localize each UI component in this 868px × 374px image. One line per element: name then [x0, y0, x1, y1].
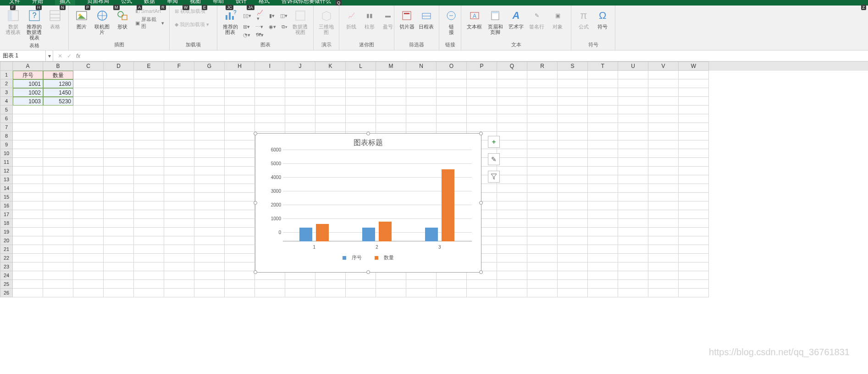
cancel-icon[interactable]: ✕	[58, 53, 62, 59]
col-header-D[interactable]: D	[104, 61, 134, 71]
tab-format[interactable]: 格式	[259, 0, 270, 5]
col-header-S[interactable]: S	[558, 61, 588, 71]
cell[interactable]	[164, 158, 194, 167]
tab-view[interactable]: 视图	[190, 0, 201, 5]
cell[interactable]	[134, 201, 164, 210]
cell[interactable]	[164, 210, 194, 219]
cell[interactable]	[104, 245, 134, 254]
cell[interactable]	[618, 289, 648, 297]
picture-button[interactable]: 图片	[72, 7, 91, 30]
cell[interactable]	[588, 149, 618, 158]
cell[interactable]	[558, 132, 588, 140]
cell[interactable]	[225, 219, 255, 228]
col-header-G[interactable]: G	[194, 61, 225, 71]
cell[interactable]	[679, 149, 709, 158]
bar[interactable]	[316, 224, 329, 241]
cell[interactable]	[225, 210, 255, 219]
cell[interactable]	[13, 184, 43, 193]
shapes-button[interactable]: 形状	[113, 7, 132, 30]
cell[interactable]	[43, 262, 73, 271]
chart-title[interactable]: 图表标题	[255, 134, 481, 150]
cell[interactable]	[648, 236, 679, 245]
cell[interactable]	[13, 289, 43, 297]
textbox-button[interactable]: A文本框	[465, 7, 484, 30]
cell[interactable]	[679, 201, 709, 210]
sparkline-col-button[interactable]: ▮▮柱形	[361, 7, 378, 30]
cell[interactable]	[588, 88, 618, 97]
confirm-icon[interactable]: ✓	[67, 53, 72, 59]
embedded-chart[interactable]: 图表标题 0100020003000400050006000123 序号 数量	[255, 133, 481, 273]
cell[interactable]	[73, 158, 104, 167]
row-header[interactable]: 5	[0, 106, 13, 114]
chart-line-dropdown[interactable]: 📈▾	[255, 9, 265, 22]
cell[interactable]	[588, 140, 618, 149]
cell[interactable]	[588, 236, 618, 245]
cell[interactable]	[679, 280, 709, 289]
chart-filter-button[interactable]	[488, 171, 500, 183]
cell[interactable]	[43, 280, 73, 289]
cell[interactable]	[194, 114, 225, 123]
cell[interactable]	[73, 149, 104, 158]
cell[interactable]	[588, 114, 618, 123]
cell[interactable]	[679, 289, 709, 297]
cell[interactable]	[134, 184, 164, 193]
cell[interactable]	[376, 123, 406, 132]
cell[interactable]	[497, 158, 527, 167]
cell[interactable]	[43, 201, 73, 210]
cell[interactable]	[497, 140, 527, 149]
cell[interactable]	[346, 289, 376, 297]
cell[interactable]	[73, 97, 104, 106]
cell[interactable]	[497, 88, 527, 97]
cell[interactable]	[43, 193, 73, 201]
sparkline-winloss-button[interactable]: ▬盈亏	[380, 7, 396, 30]
cell[interactable]	[648, 79, 679, 88]
cell[interactable]	[285, 79, 315, 88]
cell[interactable]	[558, 167, 588, 175]
col-header-K[interactable]: K	[315, 61, 346, 71]
cell[interactable]	[558, 236, 588, 245]
cell[interactable]	[527, 210, 558, 219]
sparkline-line-button[interactable]: 📈折线	[343, 7, 359, 30]
cell[interactable]	[255, 97, 285, 106]
cell[interactable]	[73, 236, 104, 245]
resize-handle[interactable]	[254, 270, 257, 274]
cell[interactable]	[73, 71, 104, 79]
row-header[interactable]: 4	[0, 97, 13, 106]
col-header-Q[interactable]: Q	[497, 61, 527, 71]
chart-scatter-dropdown[interactable]: ⋯▾	[254, 23, 265, 30]
cell[interactable]	[134, 228, 164, 236]
cell[interactable]	[73, 280, 104, 289]
select-all-corner[interactable]	[0, 61, 13, 71]
cell[interactable]	[73, 254, 104, 262]
cell[interactable]	[558, 184, 588, 193]
cell[interactable]	[285, 114, 315, 123]
cell[interactable]	[194, 79, 225, 88]
cell[interactable]	[679, 219, 709, 228]
cell[interactable]	[679, 245, 709, 254]
row-header[interactable]: 10	[0, 149, 13, 158]
cell[interactable]	[73, 167, 104, 175]
cell[interactable]	[134, 289, 164, 297]
cell[interactable]	[194, 106, 225, 114]
cell[interactable]	[225, 149, 255, 158]
cell[interactable]	[73, 79, 104, 88]
cell[interactable]	[588, 245, 618, 254]
row-header[interactable]: 25	[0, 280, 13, 289]
col-header-P[interactable]: P	[467, 61, 497, 71]
cell[interactable]	[527, 219, 558, 228]
cell[interactable]	[618, 201, 648, 210]
cell[interactable]	[648, 201, 679, 210]
cell[interactable]	[225, 140, 255, 149]
resize-handle[interactable]	[479, 132, 483, 135]
name-box[interactable]: 图表 1	[0, 50, 46, 61]
cell[interactable]	[104, 114, 134, 123]
cell[interactable]	[618, 88, 648, 97]
cell[interactable]: 1001	[13, 79, 43, 88]
search-hint[interactable]: 告诉我你想要做什么	[282, 0, 331, 5]
cell[interactable]	[346, 280, 376, 289]
cell[interactable]	[679, 158, 709, 167]
cell[interactable]	[134, 280, 164, 289]
cell[interactable]	[618, 123, 648, 132]
equation-button[interactable]: π公式	[575, 7, 592, 30]
cell[interactable]	[588, 175, 618, 184]
